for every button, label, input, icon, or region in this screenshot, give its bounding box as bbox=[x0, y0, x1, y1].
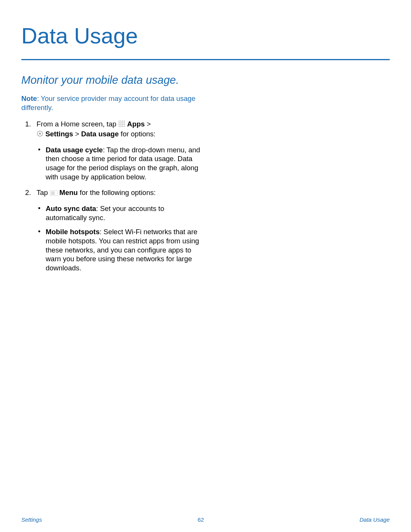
svg-point-14 bbox=[122, 126, 123, 127]
step-1: From a Home screen, tap Apps > Settings … bbox=[21, 120, 204, 181]
bullet-label: Mobile hotspots bbox=[46, 228, 100, 236]
svg-point-6 bbox=[122, 122, 123, 123]
settings-gear-icon bbox=[37, 130, 43, 139]
step-2-prefix: Tap bbox=[37, 189, 50, 197]
svg-point-17 bbox=[39, 133, 41, 135]
svg-point-9 bbox=[120, 124, 121, 125]
horizontal-rule bbox=[21, 59, 390, 60]
page-footer: Settings 62 Data Usage bbox=[21, 516, 390, 523]
step-1-gt2: > bbox=[73, 130, 81, 138]
bullet-mobile-hotspots: Mobile hotspots: Select Wi-Fi networks t… bbox=[37, 227, 204, 272]
svg-point-12 bbox=[118, 126, 119, 127]
apps-grid-icon bbox=[118, 120, 125, 129]
note-text: : Your service provider may account for … bbox=[21, 94, 196, 112]
menu-icon bbox=[50, 189, 57, 198]
svg-point-11 bbox=[124, 124, 125, 125]
menu-label: Menu bbox=[59, 189, 78, 197]
svg-point-2 bbox=[122, 121, 123, 122]
svg-point-10 bbox=[122, 124, 123, 125]
step-2-bullets: Auto sync data: Set your accounts to aut… bbox=[37, 204, 204, 273]
steps-list: From a Home screen, tap Apps > Settings … bbox=[21, 120, 204, 272]
note-paragraph: Note: Your service provider may account … bbox=[21, 94, 204, 112]
page-title: Data Usage bbox=[21, 23, 390, 48]
settings-label: Settings bbox=[45, 130, 73, 138]
step-1-prefix: From a Home screen, tap bbox=[37, 120, 118, 128]
note-label: Note bbox=[21, 94, 37, 102]
page-subtitle: Monitor your mobile data usage. bbox=[21, 74, 390, 86]
svg-point-7 bbox=[124, 122, 125, 123]
step-1-suffix: for options: bbox=[119, 130, 156, 138]
svg-point-8 bbox=[118, 124, 119, 125]
svg-point-1 bbox=[120, 121, 121, 122]
svg-point-4 bbox=[118, 122, 119, 123]
bullet-label: Auto sync data bbox=[46, 204, 96, 212]
step-2: Tap Menu for the following options: Auto… bbox=[21, 188, 204, 272]
apps-label: Apps bbox=[127, 120, 145, 128]
step-1-gt1: > bbox=[145, 120, 151, 128]
datausage-label: Data usage bbox=[81, 130, 119, 138]
bullet-auto-sync: Auto sync data: Set your accounts to aut… bbox=[37, 204, 204, 222]
footer-right: Data Usage bbox=[360, 516, 390, 523]
step-2-suffix: for the following options: bbox=[78, 189, 156, 197]
bullet-label: Data usage cycle bbox=[46, 146, 103, 154]
svg-point-0 bbox=[118, 121, 119, 122]
svg-point-5 bbox=[120, 122, 121, 123]
svg-point-3 bbox=[124, 121, 125, 122]
svg-point-13 bbox=[120, 126, 121, 127]
step-1-bullets: Data usage cycle: Tap the drop-down menu… bbox=[37, 145, 204, 182]
footer-left: Settings bbox=[21, 516, 42, 523]
manual-page: Data Usage Monitor your mobile data usag… bbox=[0, 0, 411, 532]
content-column: Note: Your service provider may account … bbox=[21, 94, 204, 273]
bullet-data-usage-cycle: Data usage cycle: Tap the drop-down menu… bbox=[37, 145, 204, 182]
footer-page-number: 62 bbox=[198, 516, 204, 523]
svg-point-15 bbox=[124, 126, 125, 127]
